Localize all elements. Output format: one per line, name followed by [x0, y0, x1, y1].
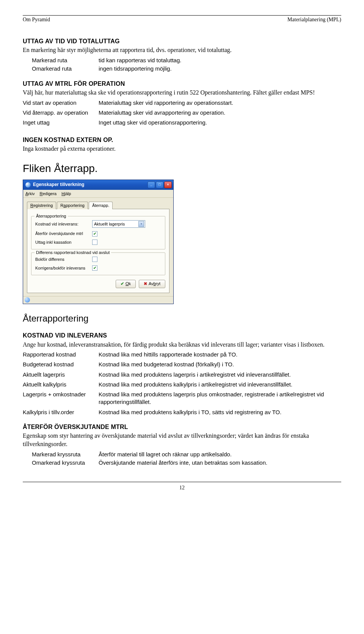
definition-term: Vid återrapp. av operation — [23, 109, 99, 117]
definition-desc: Materialuttag sker vid avrapportering av… — [99, 109, 341, 117]
page-footer: 12 — [23, 482, 341, 492]
definition-row: Markerad ruta tid kan rapporteras vid to… — [23, 57, 341, 64]
app-icon — [25, 182, 31, 188]
header-right: Materialplanering (MPL) — [287, 16, 341, 24]
menu-hjalp[interactable]: Hjälp — [61, 191, 71, 197]
dialog-window: Egenskaper tillverkning _ □ × Arkiv Redi… — [23, 180, 174, 304]
tab-rapportering[interactable]: Rapportering — [57, 202, 88, 209]
definition-term: Budgeterad kostnad — [23, 361, 99, 368]
select-value: Aktuellt lagerpris — [94, 221, 125, 227]
heading-aterrapportering: Återrapportering — [23, 312, 341, 325]
definition-term: Lagerpris + omkostnader — [23, 391, 99, 406]
checkbox-aterfor-overskjutande[interactable]: ✔ — [92, 231, 97, 237]
section-title-ingen-kostnad: INGEN KOSTNAD EXTERN OP. — [23, 136, 341, 144]
ok-label: Ok — [126, 281, 131, 287]
fieldset-aterrapportering: Återrapportering Kostnad vid inleverans:… — [31, 216, 165, 249]
definition-desc: Återför material till lagret och räknar … — [99, 451, 341, 458]
ok-button[interactable]: ✔ Ok — [116, 280, 136, 288]
definition-term: Rapporterad kostnad — [23, 351, 99, 358]
section-intro-uttag-tid: En markering här styr möjligheterna att … — [23, 46, 341, 54]
definition-row: Inget uttag Inget uttag sker vid operati… — [23, 119, 341, 126]
definition-term: Aktuellt lagerpris — [23, 371, 99, 379]
definition-term: Kalkylpris i tillv.order — [23, 408, 99, 416]
definition-desc: Kostnad lika med produktens lagerpris pl… — [99, 391, 341, 406]
section-intro-uttag-mtrl: Välj här, hur materialuttag ska ske vid … — [23, 88, 341, 97]
definition-row: Vid start av operation Materialuttag ske… — [23, 99, 341, 107]
definition-row: Vid återrapp. av operation Materialuttag… — [23, 109, 341, 117]
definition-desc: Materialuttag sker vid rapportering av o… — [99, 99, 341, 107]
heading-fliken-aterrapp: Fliken Återrapp. — [23, 161, 341, 176]
maximize-icon[interactable]: □ — [156, 181, 163, 188]
definition-row: Rapporterad kostnad Kostnad lika med hit… — [23, 351, 341, 358]
page-header: Om Pyramid Materialplanering (MPL) — [23, 16, 341, 24]
fieldset-legend: Återrapportering — [35, 213, 68, 219]
section-title-aterfor-overskjutande: ÅTERFÖR ÖVERSKJUTANDE MTRL — [23, 423, 341, 431]
checkbox-uttag-inkl-kassation[interactable] — [92, 240, 97, 245]
definition-row: Aktuellt kalkylpris Kostnad lika med pro… — [23, 381, 341, 388]
definition-row: Omarkerad kryssruta Överskjutande materi… — [23, 459, 341, 467]
dialog-titlebar[interactable]: Egenskaper tillverkning _ □ × — [23, 180, 173, 190]
check-icon: ✔ — [121, 281, 124, 287]
close-icon[interactable]: × — [164, 181, 172, 188]
definition-desc: ingen tidsrapportering möjlig. — [99, 65, 341, 73]
definition-desc: Kostnad lika med budgeterad kostnad (för… — [99, 361, 341, 368]
chevron-down-icon: ▾ — [138, 221, 144, 227]
definition-row: Markerad kryssruta Återför material till… — [23, 451, 341, 458]
section-intro-ingen-kostnad: Inga kostnader på externa operationer. — [23, 145, 341, 153]
dialog-menubar: Arkiv Redigera Hjälp — [23, 190, 173, 198]
section-intro-aterfor-overskjutande: Egenskap som styr hantering av överskjut… — [23, 432, 341, 448]
definition-desc: Kostnad lika med produktens kalkylpris i… — [99, 408, 341, 416]
definition-term: Omarkerad kryssruta — [23, 459, 99, 467]
select-kostnad-vid-inleverans[interactable]: Aktuellt lagerpris ▾ — [92, 220, 145, 228]
checkbox-bokfor-differens[interactable] — [92, 257, 97, 262]
info-icon — [25, 297, 30, 303]
tab-aterrapp[interactable]: Återrapp. — [89, 202, 113, 209]
definition-term: Inget uttag — [23, 119, 99, 126]
tab-panel: Återrapportering Kostnad vid inleverans:… — [27, 209, 169, 293]
label-korrigera-bokfor: Korrigera/bokför inleverans — [35, 265, 92, 271]
cancel-button[interactable]: ✖ Avbryt — [139, 280, 165, 288]
definition-term: Markerad ruta — [23, 57, 99, 64]
definition-term: Vid start av operation — [23, 99, 99, 107]
dialog-title: Egenskaper tillverkning — [33, 181, 147, 188]
label-kostnad-vid-inleverans: Kostnad vid inleverans: — [35, 221, 92, 227]
tab-registrering[interactable]: Registrering — [27, 202, 56, 209]
label-bokfor-differens: Bokför differens — [35, 257, 92, 262]
definition-row: Kalkylpris i tillv.order Kostnad lika me… — [23, 408, 341, 416]
definition-row: Omarkerad ruta ingen tidsrapportering mö… — [23, 65, 341, 73]
menu-redigera[interactable]: Redigera — [40, 191, 57, 197]
definition-term: Aktuellt kalkylpris — [23, 381, 99, 388]
definition-desc: Kostnad lika med hittills rapporterade k… — [99, 351, 341, 358]
label-aterfor-overskjutande: Återför överskjutande mtrl — [35, 231, 92, 237]
definition-row: Aktuellt lagerpris Kostnad lika med prod… — [23, 371, 341, 379]
section-title-uttag-mtrl: UTTAG AV MTRL FÖR OPERATION — [23, 80, 341, 88]
section-title-kostnad-vid-inleverans: KOSTNAD VID INLEVERANS — [23, 331, 341, 340]
page-number: 12 — [179, 485, 185, 490]
definition-desc: tid kan rapporteras vid totaluttag. — [99, 57, 341, 64]
definition-row: Lagerpris + omkostnader Kostnad lika med… — [23, 391, 341, 406]
menu-arkiv[interactable]: Arkiv — [25, 191, 35, 197]
label-uttag-inkl-kassation: Uttag inkl kassation — [35, 240, 92, 245]
definition-desc: Kostnad lika med produktens lagerpris i … — [99, 371, 341, 379]
fieldset-legend: Differens rapporterad kostnad vid avslut — [35, 250, 111, 255]
definition-row: Budgeterad kostnad Kostnad lika med budg… — [23, 361, 341, 368]
checkbox-korrigera-bokfor[interactable]: ✔ — [92, 265, 97, 271]
definition-term: Omarkerad ruta — [23, 65, 99, 73]
header-left: Om Pyramid — [23, 16, 50, 24]
section-title-uttag-tid: UTTAG AV TID VID TOTALUTTAG — [23, 37, 341, 46]
section-intro-kostnad-vid-inleverans: Ange hur kostnad, inleveranstransaktion,… — [23, 341, 341, 349]
definition-term: Markerad kryssruta — [23, 451, 99, 458]
definition-desc: Överskjutande material återförs inte, ut… — [99, 459, 341, 467]
cross-icon: ✖ — [144, 281, 147, 287]
cancel-label: Avbryt — [149, 281, 160, 287]
minimize-icon[interactable]: _ — [147, 181, 155, 188]
fieldset-differens: Differens rapporterad kostnad vid avslut… — [31, 252, 165, 275]
definition-desc: Inget uttag sker vid operationsrapporter… — [99, 119, 341, 126]
dialog-statusbar — [23, 296, 173, 304]
definition-desc: Kostnad lika med produktens kalkylpris i… — [99, 381, 341, 388]
